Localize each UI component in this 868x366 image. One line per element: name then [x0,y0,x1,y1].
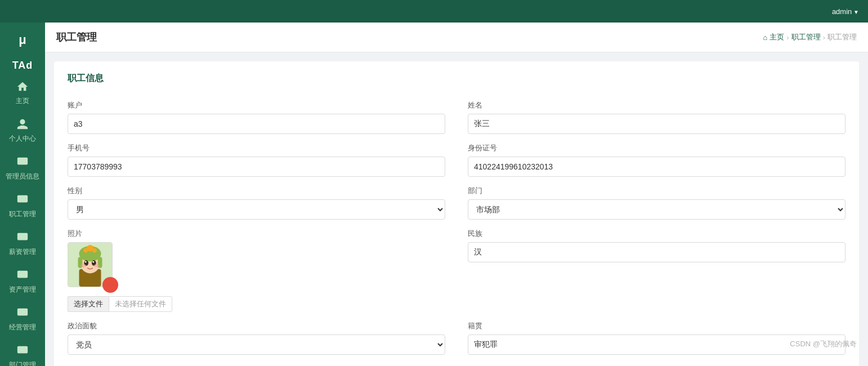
breadcrumb-current: 职工管理 [827,32,857,42]
svg-rect-2 [17,233,28,240]
sidebar-label-home: 主页 [16,96,29,106]
sidebar-item-salary[interactable]: 薪资管理 [0,225,45,262]
sidebar-label-personal: 个人中心 [9,134,36,144]
input-name[interactable] [468,114,845,134]
svg-point-20 [80,264,86,267]
sidebar-label-dept: 部门管理 [9,360,36,366]
label-jiguan: 籍贯 [468,321,845,331]
sidebar-tad-label: TAd [12,55,33,74]
file-no-selected-label: 未选择任何文件 [109,296,172,312]
home-icon [14,79,32,94]
main-layout: μ TAd 主页 个人中心 管理员信息 职工管理 [0,23,868,366]
dept-icon [14,343,32,358]
sidebar-item-dept[interactable]: 部门管理 [0,338,45,366]
field-ethnicity: 民族 [468,229,845,312]
breadcrumb-parent-link[interactable]: 职工管理 [791,32,821,42]
salary-icon [14,230,32,245]
top-navigation: admin [0,0,868,23]
sidebar-item-home[interactable]: 主页 [0,74,45,111]
field-name: 姓名 [468,100,845,134]
svg-point-14 [83,248,88,253]
breadcrumb-home-link[interactable]: 主页 [769,32,784,42]
svg-rect-3 [17,271,28,278]
select-dept[interactable]: 市场部 技术部 销售部 人事部 [468,199,845,220]
select-politics[interactable]: 党员 团员 群众 [68,334,445,355]
svg-point-15 [92,248,97,253]
label-account: 账户 [68,100,445,110]
field-dept: 部门 市场部 技术部 销售部 人事部 [468,186,845,220]
sidebar-label-employee: 职工管理 [9,209,36,219]
input-jiguan[interactable] [468,334,845,355]
sidebar-item-admin-info[interactable]: 管理员信息 [0,149,45,187]
input-idcard[interactable] [468,157,845,177]
sidebar-label-operations: 经营管理 [9,323,36,332]
asset-icon [14,268,32,283]
svg-rect-5 [17,346,28,354]
label-idcard: 身份证号 [468,143,845,153]
label-name: 姓名 [468,100,845,110]
file-input-area: 选择文件 未选择任何文件 [68,296,445,312]
sidebar: μ TAd 主页 个人中心 管理员信息 职工管理 [0,23,45,366]
field-photo: 照片 [68,229,445,312]
file-choose-button[interactable]: 选择文件 [68,296,109,312]
sidebar-label-asset: 资产管理 [9,285,36,294]
field-account: 账户 [68,100,445,134]
svg-point-19 [92,261,94,263]
svg-point-18 [85,261,87,263]
svg-point-21 [94,264,100,267]
sidebar-logo[interactable]: μ [19,27,26,55]
admin-info-icon [14,155,32,169]
field-politics: 政治面貌 党员 团员 群众 [68,321,445,355]
select-gender[interactable]: 男 女 [68,199,445,220]
input-ethnicity[interactable] [468,242,845,262]
field-jiguan: 籍贯 [468,321,845,355]
field-gender: 性别 男 女 [68,186,445,220]
sidebar-item-asset[interactable]: 资产管理 [0,262,45,300]
label-gender: 性别 [68,186,445,196]
label-politics: 政治面貌 [68,321,445,331]
form-section-title: 职工信息 [68,73,845,89]
form-card: 职工信息 账户 姓名 手机号 身 [54,61,859,366]
form-grid: 账户 姓名 手机号 身份证号 [68,100,845,364]
breadcrumb-home-icon: ⌂ [763,33,767,42]
input-phone[interactable] [68,157,445,177]
input-account[interactable] [68,114,445,134]
main-content: 职工管理 ⌂ 主页 › 职工管理 › 职工管理 职工信息 账户 [45,23,868,366]
sidebar-item-operations[interactable]: 经营管理 [0,300,45,338]
label-phone: 手机号 [68,143,445,153]
sidebar-item-personal[interactable]: 个人中心 [0,111,45,149]
sidebar-item-employee[interactable]: 职工管理 [0,187,45,225]
operations-icon [14,306,32,320]
breadcrumb: ⌂ 主页 › 职工管理 › 职工管理 [763,32,857,42]
svg-rect-1 [17,195,28,203]
label-photo: 照片 [68,229,445,239]
label-dept: 部门 [468,186,845,196]
sidebar-label-admin-info: 管理员信息 [6,172,39,181]
field-idcard: 身份证号 [468,143,845,177]
breadcrumb-sep1: › [786,33,789,42]
page-title: 职工管理 [56,30,97,44]
photo-section [68,242,445,287]
photo-container [68,242,113,287]
employee-icon [14,193,32,207]
sidebar-label-salary: 薪资管理 [9,247,36,257]
label-ethnicity: 民族 [468,229,845,239]
cursor-indicator [102,277,118,293]
svg-rect-0 [17,158,28,165]
page-header: 职工管理 ⌂ 主页 › 职工管理 › 职工管理 [45,23,868,52]
person-icon [14,117,32,132]
admin-dropdown[interactable]: admin [832,7,859,16]
svg-rect-4 [17,309,28,316]
field-phone: 手机号 [68,143,445,177]
breadcrumb-sep2: › [823,33,825,42]
